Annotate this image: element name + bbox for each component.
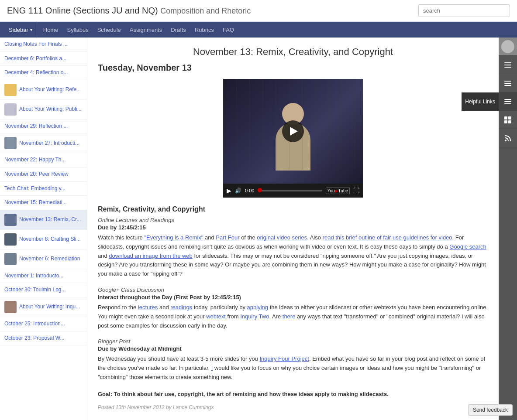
svg-rect-8	[504, 103, 511, 104]
sidebar-item-10[interactable]: Tech Chat: Embedding y...	[0, 182, 87, 196]
sidebar-item-14[interactable]: November 6: Remediation	[0, 249, 87, 269]
section3-due: Due by Wednesday at Midnight	[98, 345, 488, 352]
sidebar-item-16[interactable]: October 30: Toulmin Log...	[0, 283, 87, 297]
sidebar-label: Sidebar	[9, 27, 28, 33]
sidebar-label-14: November 6: Remediation	[19, 256, 80, 263]
right-panel-helpful-links[interactable]: Helpful Links	[499, 92, 517, 111]
download-link[interactable]: download an image from the web	[109, 253, 193, 259]
svg-rect-6	[504, 99, 511, 100]
inquiry-two-link[interactable]: Inquiry Two	[240, 313, 269, 320]
video-play-button[interactable]: ▶	[227, 187, 231, 194]
section-remix: Remix, Creativity, and Copyright Online …	[98, 205, 488, 279]
part-four-link[interactable]: Part Four	[216, 234, 239, 241]
right-panel-icon-2[interactable]	[499, 74, 517, 92]
user-avatar[interactable]	[499, 38, 517, 56]
sidebar-item-7[interactable]: November 27: Introducti...	[0, 133, 87, 153]
grid-icon	[503, 116, 512, 124]
sidebar-label-11: November 15: Remediati...	[4, 199, 67, 206]
video-progress-bar[interactable]	[258, 190, 322, 191]
course-name: ENG 111 Online (Sections JU and NQ)	[7, 6, 158, 15]
sidebar-item-1[interactable]: Closing Notes For Finals ...	[0, 38, 87, 52]
video-controls[interactable]: ▶ 🔊 0:00 You▶Tube ⛶	[223, 184, 363, 198]
sidebar-item-19[interactable]: October 23: Proposal W...	[0, 331, 87, 346]
sidebar-item-11[interactable]: November 15: Remediati...	[0, 196, 87, 210]
nav-syllabus[interactable]: Syllabus	[63, 22, 93, 38]
header: ENG 111 Online (Sections JU and NQ) Comp…	[0, 0, 517, 22]
sidebar-label-5: About Your Writing: Publi...	[19, 106, 82, 113]
rss-icon	[503, 134, 512, 143]
video-time: 0:00	[245, 188, 254, 193]
lectures-link[interactable]: lectures	[138, 304, 158, 311]
sidebar-item-2[interactable]: December 6: Portfolios a...	[0, 52, 87, 66]
post-footer: Posted 13th November 2012 by Lance Cummi…	[98, 404, 488, 410]
svg-rect-11	[504, 120, 507, 123]
list-icon	[503, 61, 512, 69]
sidebar-label-17: About Your Writing: Inqu...	[19, 304, 80, 311]
section2-due: Interact throughout the Day (First Post …	[98, 294, 488, 300]
inquiry-four-link[interactable]: Inquiry Four Project	[259, 355, 309, 362]
svg-rect-2	[504, 67, 511, 68]
nav-assignments[interactable]: Assignments	[125, 22, 166, 38]
section1-subtitle: Online Lectures and Readings	[98, 217, 488, 223]
sidebar-label-18: October 25: Introduction...	[4, 321, 65, 328]
fullscreen-icon[interactable]: ⛶	[353, 187, 359, 194]
fair-use-link[interactable]: read this brief outline of fair use guid…	[323, 234, 452, 241]
sidebar-item-17[interactable]: About Your Writing: Inqu...	[0, 297, 87, 317]
sidebar-item-13[interactable]: November 8: Crafting Sli...	[0, 230, 87, 249]
avatar-image	[501, 40, 514, 53]
section2-body: Respond to the lectures and readings tod…	[98, 303, 488, 330]
i-link[interactable]: I	[211, 365, 213, 371]
sidebar-label-13: November 8: Crafting Sli...	[19, 236, 81, 243]
search-input[interactable]	[418, 4, 510, 17]
nav-faq[interactable]: FAQ	[218, 22, 238, 38]
sidebar-thumb-14	[4, 253, 17, 265]
sidebar: Closing Notes For Finals ...December 6: …	[0, 38, 87, 420]
right-panel-icon-1[interactable]	[499, 56, 517, 74]
readings-link[interactable]: readings	[170, 304, 192, 311]
sidebar-label-8: November 22: Happy Th...	[4, 157, 66, 164]
svg-rect-4	[504, 83, 511, 84]
sidebar-toggle[interactable]: Sidebar ▾	[4, 22, 37, 38]
sidebar-thumb-12	[4, 214, 17, 226]
send-feedback-button[interactable]: Send feedback	[468, 404, 513, 416]
section-discussion: Google+ Class Discussion Interact throug…	[98, 287, 488, 330]
sidebar-item-18[interactable]: October 25: Introduction...	[0, 317, 87, 331]
there-link[interactable]: there	[283, 313, 296, 320]
layout: Closing Notes For Finals ...December 6: …	[0, 38, 517, 420]
main-content: November 13: Remix, Creativity, and Copy…	[87, 38, 499, 420]
play-icon	[290, 127, 298, 136]
original-series-link[interactable]: original video series	[257, 234, 307, 241]
sidebar-item-9[interactable]: November 20: Peer Review	[0, 167, 87, 182]
navbar: Sidebar ▾ Home Syllabus Schedule Assignm…	[0, 22, 517, 38]
video-thumbnail[interactable]	[223, 79, 363, 184]
nav-drafts[interactable]: Drafts	[166, 22, 190, 38]
nav-rubrics[interactable]: Rubrics	[190, 22, 218, 38]
section1-due: Due by 12:45/2:15	[98, 224, 488, 231]
remix-link[interactable]: "Everything is a Remix"	[144, 234, 203, 241]
helpful-links-icon	[503, 97, 512, 106]
svg-rect-1	[504, 65, 511, 65]
svg-rect-10	[508, 116, 511, 120]
nav-home[interactable]: Home	[39, 22, 63, 38]
video-progress-dot	[258, 188, 262, 192]
sidebar-thumb-17	[4, 301, 17, 313]
google-search-link[interactable]: Google search	[449, 243, 486, 250]
play-button[interactable]	[282, 120, 304, 142]
sidebar-item-5[interactable]: About Your Writing: Publi...	[0, 100, 87, 120]
right-panel-icon-5[interactable]	[499, 129, 517, 147]
sidebar-item-15[interactable]: November 1: Introducto...	[0, 269, 87, 283]
video-player[interactable]: ▶ 🔊 0:00 You▶Tube ⛶	[223, 79, 363, 198]
sidebar-item-4[interactable]: About Your Writing: Refe...	[0, 80, 87, 100]
right-panel-icon-4[interactable]	[499, 111, 517, 129]
nav-schedule[interactable]: Schedule	[93, 22, 125, 38]
video-volume-icon[interactable]: 🔊	[235, 188, 241, 194]
sidebar-item-3[interactable]: December 4: Reflection o...	[0, 66, 87, 80]
sidebar-item-12[interactable]: November 13: Remix, Cr...	[0, 210, 87, 230]
svg-rect-0	[504, 62, 511, 63]
sidebar-thumb-5	[4, 103, 17, 116]
webtext-link[interactable]: webtext	[206, 313, 226, 320]
right-panel: Helpful Links	[499, 38, 517, 420]
sidebar-item-6[interactable]: November 29: Reflection ...	[0, 120, 87, 134]
sidebar-item-8[interactable]: November 22: Happy Th...	[0, 153, 87, 167]
applying-link[interactable]: applying	[247, 304, 268, 311]
